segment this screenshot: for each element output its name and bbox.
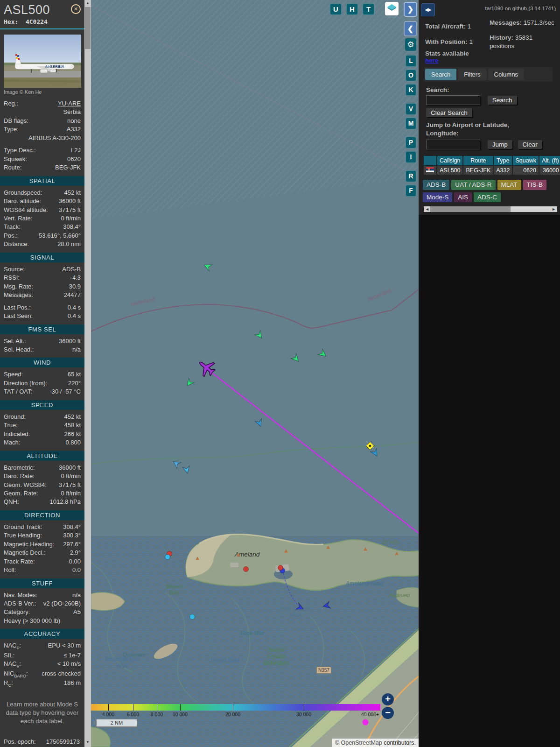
route-cell: BEG-JFK [463,166,493,175]
campsite-icon [326,545,330,550]
filter-badge-mode-s[interactable]: Mode-S [423,192,452,203]
map-button-h[interactable]: H [346,3,358,15]
search-input[interactable] [426,95,480,105]
tab-columns[interactable]: Columns [488,69,524,80]
tab-search[interactable]: Search [425,69,456,80]
section-header: ACCURACY [0,629,84,639]
traffic-marker[interactable] [318,349,328,359]
column-header[interactable]: Squawk [513,156,538,165]
legend-tick-label: 40 000+ [361,712,379,717]
data-row: Mach:0.800 [4,438,81,447]
filter-badge-mlat[interactable]: MLAT [497,180,521,190]
jump-input[interactable] [426,140,480,149]
scroll-right-icon[interactable]: ► [552,206,556,212]
map-button-m[interactable]: M [406,118,416,129]
data-row: Msg. Rate:30.9 [4,282,81,291]
data-row: Direction (from):220° [4,379,81,388]
map-button-t[interactable]: T [363,3,374,15]
filter-badge-ais[interactable]: AIS [454,192,472,203]
panel-collapse-right-button[interactable]: ❯ [404,2,417,17]
panel-tabs: SearchFiltersColumns [424,67,553,82]
map-button-r[interactable]: R [406,170,416,182]
stats-here-link[interactable]: here [425,56,439,65]
column-header[interactable]: Type [494,156,512,165]
osm-link[interactable]: © OpenStreetMap [335,740,382,746]
data-row: WGS84 altitude:37175 ft [4,206,81,214]
data-row: Distance:28.0 nmi [4,240,81,248]
zoom-in-button[interactable]: + [382,693,394,705]
traffic-marker[interactable] [291,354,301,363]
traffic-marker[interactable] [185,378,194,388]
svg-text:AirSERBIA: AirSERBIA [44,64,64,69]
close-icon[interactable]: ✕ [71,4,81,14]
vessel-marker[interactable] [164,554,171,560]
data-row: Geom. Rate:0 ft/min [4,489,81,498]
section-header: STUFF [0,578,84,588]
map-button-i[interactable]: I [406,151,416,163]
aircraft-info-rows: Reg.:YU-ARESerbiaDB flags:noneType:A332A… [4,99,81,172]
scroll-up-icon[interactable]: ▲ [84,1,91,5]
table-horizontal-scrollbar[interactable]: ◄ ► [424,206,557,212]
sidebar-scrollbar[interactable]: ▲ ▼ [84,0,91,747]
legend-tick [133,704,133,711]
traffic-marker[interactable] [255,418,264,428]
own-aircraft-icon[interactable] [195,356,218,379]
layers-button[interactable] [385,2,399,15]
search-button[interactable]: Search [488,96,517,105]
traffic-marker[interactable] [172,459,181,468]
data-row: Pos.:53.616°, 5.660° [4,232,81,240]
scrollbar-thumb[interactable] [85,7,91,49]
filter-badge-uat-ads-r[interactable]: UAT / ADS-R [451,180,495,190]
clear-search-button[interactable]: Clear Search [426,108,472,117]
scroll-down-icon[interactable]: ▼ [84,740,91,744]
traffic-marker[interactable] [371,448,380,458]
legend-tick-label: 10 000 [173,712,188,717]
callsign-cell[interactable]: ASL500 [437,166,462,175]
jump-clear-button[interactable]: Clear [518,140,542,149]
map-attribution: © OpenStreetMap contributors. [332,739,419,747]
map-button-o[interactable]: O [406,70,416,81]
data-row: Ground:452 kt [4,413,81,421]
map-button-k[interactable]: K [406,84,416,96]
zoom-out-button[interactable]: − [382,707,394,719]
hscroll-thumb[interactable] [430,206,511,212]
column-header[interactable]: Alt. (ft) [539,156,560,165]
jump-button[interactable]: Jump [488,140,512,149]
aircraft-trail-layer [91,0,419,747]
info-row: Squawk:0620 [4,155,81,163]
map-button-v[interactable]: V [406,103,416,115]
filter-badge-ads-b[interactable]: ADS-B [423,180,449,190]
table-row[interactable]: ASL500 BEG-JFK A332 0620 36000 [424,166,560,175]
scroll-left-icon[interactable]: ◄ [425,206,429,212]
vessel-marker[interactable] [189,613,196,620]
column-header[interactable]: Route [463,156,493,165]
legend-tick-label: 30 000 [296,712,311,717]
altitude-legend-bar [91,704,380,711]
filter-badge-tis-b[interactable]: TIS-B [523,180,547,190]
map[interactable]: NederlandNederlandAmelandDe HonAmelander… [91,0,419,747]
tab-filters[interactable]: Filters [458,69,486,80]
traffic-marker[interactable] [295,603,305,612]
filter-badge-ads-c[interactable]: ADS-C [474,192,501,203]
vessel-marker[interactable] [243,566,249,572]
map-button-p[interactable]: P [406,137,416,148]
traffic-marker[interactable] [203,262,212,271]
column-header[interactable] [424,156,436,165]
traffic-marker[interactable] [322,601,331,610]
vessel-marker[interactable] [277,564,284,571]
traffic-marker[interactable] [255,331,264,340]
info-row: Serbia [4,108,81,116]
campsite-icon [284,549,288,553]
map-button-l[interactable]: L [406,55,416,67]
map-button-f[interactable]: F [406,185,416,197]
panel-collapse-left-button[interactable]: ❮ [404,21,417,36]
traffic-marker[interactable] [182,465,191,474]
image-credit: Image © Ken He [4,89,81,95]
legend-tick-label: 20 000 [225,712,240,717]
campsite-icon [195,556,200,561]
legend-tick [157,704,157,711]
map-button-u[interactable]: U [330,3,342,15]
section-header: ALTITUDE [0,451,84,461]
settings-gear-icon[interactable]: ⚙ [405,38,416,51]
column-header[interactable]: Callsign [437,156,462,165]
